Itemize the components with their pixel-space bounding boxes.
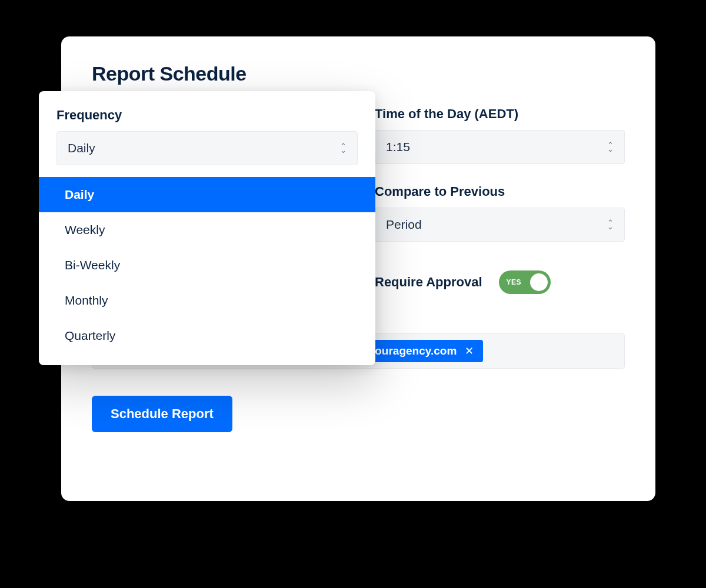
frequency-popover: Frequency Daily ⌃⌄ Daily Weekly Bi-Weekl… [39, 91, 375, 365]
frequency-dropdown-list: Daily Weekly Bi-Weekly Monthly Quarterly [39, 176, 375, 358]
schedule-report-button[interactable]: Schedule Report [92, 396, 232, 432]
time-of-day-select[interactable]: 1:15 ⌃⌄ [375, 130, 625, 164]
frequency-select-value: Daily [68, 141, 95, 155]
page-title: Report Schedule [92, 62, 625, 85]
time-of-day-field: Time of the Day (AEDT) 1:15 ⌃⌄ [375, 106, 625, 164]
compare-label: Compare to Previous [375, 184, 625, 199]
require-approval-label: Require Approval [375, 275, 482, 290]
frequency-option-monthly[interactable]: Monthly [39, 283, 375, 318]
stepper-icon: ⌃⌄ [607, 220, 614, 229]
time-of-day-label: Time of the Day (AEDT) [375, 106, 625, 122]
frequency-option-weekly[interactable]: Weekly [39, 212, 375, 248]
frequency-option-biweekly[interactable]: Bi-Weekly [39, 248, 375, 283]
time-of-day-value: 1:15 [386, 140, 410, 154]
frequency-label: Frequency [39, 108, 375, 131]
compare-select[interactable]: Period ⌃⌄ [375, 208, 625, 242]
require-approval-field: Require Approval YES [375, 266, 625, 298]
stepper-icon: ⌃⌄ [340, 144, 347, 152]
frequency-option-daily[interactable]: Daily [39, 177, 375, 212]
toggle-state-text: YES [507, 278, 522, 286]
compare-field: Compare to Previous Period ⌃⌄ [375, 184, 625, 243]
toggle-knob [530, 273, 548, 291]
require-approval-toggle[interactable]: YES [499, 270, 551, 294]
frequency-option-quarterly[interactable]: Quarterly [39, 318, 375, 353]
close-icon[interactable]: ✕ [465, 345, 474, 358]
compare-value: Period [386, 218, 422, 232]
stepper-icon: ⌃⌄ [607, 143, 614, 151]
frequency-select[interactable]: Daily ⌃⌄ [56, 131, 358, 165]
